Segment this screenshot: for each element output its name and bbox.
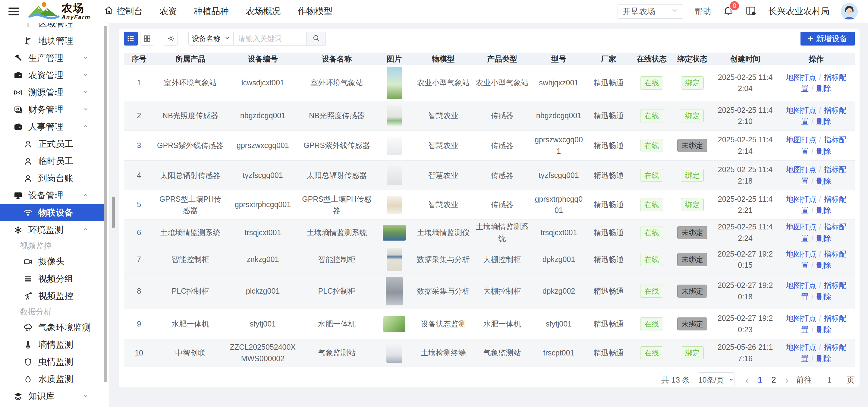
table-row[interactable]: 5GPRS型土壤PH传感器gprsxtrphcgq001GPRS型土壤PH传感器… [124,190,855,219]
product-type-cell: 气象监测站 [472,339,531,367]
thing-model-cell: 智慧农业 [414,101,472,130]
delete-link[interactable]: 删除 [816,84,831,93]
table-row[interactable]: 2NB光照度传感器nbgzdcgq001NB光照度传感器智慧农业传感器nbgzd… [124,101,855,130]
grid-view-button[interactable] [140,32,154,45]
sidebar-item-video-groups[interactable]: 视频分组 [0,270,104,287]
page-size-select[interactable]: 10条/页 [698,372,735,387]
soil-ph-photo[interactable] [387,196,402,214]
delete-link[interactable]: 删除 [816,147,831,155]
page-number-2[interactable]: 2 [772,375,776,385]
delete-link[interactable]: 删除 [816,206,831,214]
sidebar-item-iot-devices[interactable]: 物联设备 [0,204,104,221]
sidebar-item-environment-monitoring[interactable]: 环境监测 [0,221,104,239]
sidebar-item-device-management[interactable]: 设备管理 [0,187,104,204]
column-settings-button[interactable] [164,32,178,45]
sidebar-item-production-management[interactable]: 生产管理 [0,50,104,67]
map-point-link[interactable]: 地图打点 [786,165,816,174]
table-row[interactable]: 7智能控制柜znkzg001智能控制柜数据采集与分析大棚控制柜dpkzg001精… [124,246,855,274]
map-point-link[interactable]: 地图打点 [786,135,816,144]
notification-bell[interactable]: 0 [722,5,734,18]
goto-page-input[interactable] [817,373,842,387]
sidebar-item-plot-management[interactable]: 地块管理 [0,32,104,50]
menu-item-dashboard[interactable]: 控制台 [104,5,143,18]
prev-page-button[interactable]: ‹ [745,375,749,385]
model-number-cell: tyzfscgq001 [532,161,586,190]
vendor-cell: 精迅畅通 [586,246,631,274]
delete-link[interactable]: 删除 [816,292,831,301]
workbench-settings-icon[interactable] [745,5,757,18]
control-cabinet-photo[interactable] [387,248,402,271]
map-point-link[interactable]: 地图打点 [786,314,816,322]
list-view-button[interactable] [124,32,138,45]
sidebar-item-water-quality-monitoring[interactable]: 水质监测 [0,371,104,388]
page-number-1[interactable]: 1 [758,375,763,385]
uv-sensor-photo[interactable] [387,136,402,155]
sidebar-item-hr-management[interactable]: 人事管理 [0,118,104,135]
next-page-button[interactable]: › [785,375,788,385]
menu-item-planting-varieties[interactable]: 种植品种 [194,5,229,18]
map-point-link[interactable]: 地图打点 [786,281,816,289]
pagination-bar: 共 13 条 10条/页 ‹ 1 2 › 前往 页 [124,372,855,387]
map-point-link[interactable]: 地图打点 [786,343,816,351]
fertilizer-photo[interactable] [383,316,405,332]
help-link[interactable]: 帮助 [695,6,711,17]
sidebar-scrollbar[interactable] [104,26,107,382]
table-row[interactable]: 4太阳总辐射传感器tyzfscgq001太阳总辐射传感器智慧农业传感器tyzfs… [124,161,855,190]
weather-terminal-photo[interactable] [386,343,402,363]
add-device-button[interactable]: + 新增设备 [801,32,855,45]
menu-item-crop-model[interactable]: 作物模型 [298,5,333,18]
map-point-link[interactable]: 地图打点 [786,222,816,231]
product-type-cell: 水肥一体机 [472,309,531,339]
sidebar-item-temp-staff[interactable]: 临时员工 [0,153,104,170]
telescope-icon [23,291,33,301]
delete-link[interactable]: 删除 [816,354,831,363]
weather-station-photo[interactable] [387,67,402,99]
sidebar-item-pest-monitoring[interactable]: 虫情监测 [0,353,104,371]
device-name-cell: 室外环境气象站 [299,65,375,101]
avatar[interactable] [841,3,858,20]
delete-link[interactable]: 删除 [816,177,831,185]
sidebar-item-soil-moisture-monitoring[interactable]: 墒情监测 [0,336,104,353]
table-row[interactable]: 3GPRS紫外线传感器gprszwxcgq001GPRS紫外线传感器智慧农业传感… [124,130,855,161]
sidebar-item-video-surveillance[interactable]: 视频监控 [0,287,104,305]
sidebar-item-formal-staff[interactable]: 正式员工 [0,135,104,153]
device-name-cell: 气象监测站 [299,339,375,367]
sidebar-item-attendance-ledger[interactable]: 到岗台账 [0,170,104,187]
map-point-link[interactable]: 地图打点 [786,106,816,114]
delete-link[interactable]: 删除 [816,117,831,125]
map-point-link[interactable]: 地图打点 [786,250,816,258]
table-row[interactable]: 9水肥一体机sfytj001水肥一体机设备状态监测水肥一体机sfytj001精迅… [124,309,855,339]
delete-link[interactable]: 删除 [816,325,831,334]
hamburger-menu-icon[interactable] [8,5,19,18]
sidebar-item-knowledge-base[interactable]: 知识库 [0,388,104,405]
sidebar-item-agri-supplies-management[interactable]: 农资管理 [0,67,104,84]
actions-cell: 地图打点/指标配置/删除 [778,246,855,274]
delete-link[interactable]: 删除 [816,261,831,269]
map-point-link[interactable]: 地图打点 [786,73,816,82]
light-sensor-photo[interactable] [387,105,402,127]
menu-item-label: 种植品种 [194,5,229,18]
table-row[interactable]: 10中智创联ZZCL2025052400XMWS000002气象监测站土壤检测终… [124,339,855,367]
menu-item-farm-overview[interactable]: 农场概况 [246,5,281,18]
delete-link[interactable]: 删除 [816,234,831,242]
table-row[interactable]: 6土壤墒情监测系统trsqjcxt001土壤墒情监测系统土壤墒情监测仪土壤墒情监… [124,219,855,246]
page-scrollbar-thumb[interactable] [112,196,115,228]
soil-system-photo[interactable] [383,225,406,241]
device-name-cell: GPRS紫外线传感器 [299,130,375,161]
sidebar-item-finance-management[interactable]: 财务管理 [0,101,104,118]
plc-cabinet-photo[interactable] [386,277,403,305]
radiation-sensor-photo[interactable] [387,166,402,185]
search-field-select[interactable]: 设备名称 [188,32,234,45]
vendor-cell: 精迅畅通 [586,161,631,190]
sidebar-item-region-management[interactable]: 区域管理 [0,23,104,32]
map-point-link[interactable]: 地图打点 [786,195,816,203]
search-input[interactable] [234,32,307,45]
table-row[interactable]: 1室外环境气象站lcwsdjcxt001室外环境气象站农业小型气象站农业小型气象… [124,65,855,101]
sidebar-item-traceability-management[interactable]: 溯源管理 [0,84,104,101]
sidebar-item-weather-monitoring[interactable]: 气象环境监测 [0,319,104,336]
farm-select-dropdown[interactable]: 开垦农场 [618,4,683,19]
sidebar-item-cameras[interactable]: 摄像头 [0,253,104,270]
search-button[interactable] [307,32,326,45]
menu-item-agri-supplies[interactable]: 农资 [159,5,177,18]
table-row[interactable]: 8PLC控制柜plckzg001PLC控制柜数据采集与分析大棚控制柜dpkzg0… [124,274,855,309]
